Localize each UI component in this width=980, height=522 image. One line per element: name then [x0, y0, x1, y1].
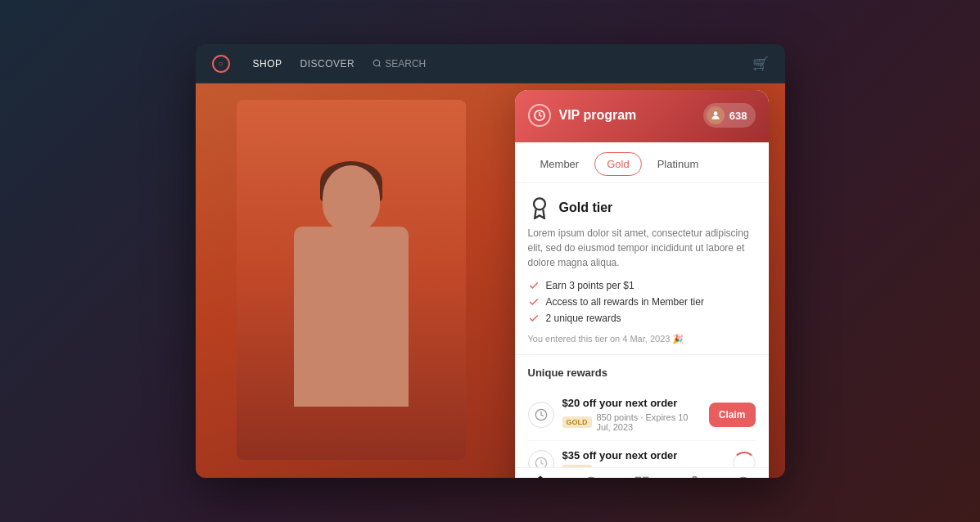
- reward-title-2: $35 off your next order: [562, 449, 725, 461]
- reward-card-2: $35 off your next order GOLD 1,2000 poin…: [528, 441, 756, 467]
- vip-modal: VIP program 638 Member Gold Platinum: [515, 90, 769, 478]
- user-avatar: [707, 106, 725, 124]
- reward-info-1: $20 off your next order GOLD 850 points …: [562, 397, 701, 432]
- earn-icon: [582, 475, 600, 478]
- tier-header: Gold tier: [528, 196, 756, 219]
- svg-point-6: [585, 478, 597, 479]
- benefit-1: Earn 3 points per $1: [528, 280, 756, 291]
- tier-tabs: Member Gold Platinum: [515, 142, 769, 183]
- svg-point-0: [374, 60, 380, 65]
- modal-logo: [528, 104, 551, 127]
- reward-info-2: $35 off your next order GOLD 1,2000 poin…: [562, 449, 725, 467]
- modal-content: Gold tier Lorem ipsum dolor sit amet, co…: [515, 183, 769, 467]
- redeem-icon: [684, 475, 702, 478]
- loading-spinner: [733, 452, 756, 468]
- nav-search[interactable]: SEARCH: [373, 58, 426, 70]
- nav-bar: ○ SHOP DISCOVER SEARCH 🛒: [196, 44, 785, 83]
- modal-header: VIP program 638: [515, 90, 769, 142]
- nav-more[interactable]: More: [718, 475, 769, 478]
- benefit-text-1: Earn 3 points per $1: [546, 280, 635, 291]
- rewards-title: Unique rewards: [528, 367, 756, 379]
- nav-redeem[interactable]: Redeem: [667, 475, 718, 478]
- brand-logo-icon: [533, 109, 546, 122]
- points-badge: 638: [703, 103, 756, 128]
- reward-points-1: 850 points · Expires 10 Jul, 2023: [597, 412, 701, 432]
- nav-earn[interactable]: Earn: [566, 475, 616, 478]
- svg-point-3: [534, 198, 545, 209]
- tier-name: Gold tier: [559, 200, 613, 215]
- modal-title: VIP program: [559, 108, 695, 123]
- svg-rect-8: [643, 478, 648, 479]
- reward-icon-1: [528, 402, 554, 428]
- card-icon: [633, 475, 651, 478]
- check-icon-3: [528, 313, 540, 324]
- tier-entered-date: You entered this tier on 4 Mar, 2023 🎉: [528, 334, 756, 344]
- reward-card-1: $20 off your next order GOLD 850 points …: [528, 389, 756, 441]
- person-shape: [269, 149, 433, 460]
- tier-description: Lorem ipsum dolor sit amet, consectetur …: [528, 226, 756, 270]
- person-body: [294, 227, 409, 407]
- clock-icon-1: [535, 408, 548, 421]
- search-icon: [373, 59, 382, 68]
- tier-benefits: Earn 3 points per $1 Access to all rewar…: [528, 280, 756, 324]
- nav-discover[interactable]: DISCOVER: [300, 58, 355, 70]
- site-logo: ○: [212, 55, 230, 73]
- reward-meta-1: GOLD 850 points · Expires 10 Jul, 2023: [562, 412, 701, 432]
- gold-badge-1: GOLD: [562, 416, 592, 428]
- svg-point-12: [737, 478, 749, 479]
- nav-shop[interactable]: SHOP: [253, 58, 282, 70]
- hero-figure: [237, 100, 466, 460]
- rewards-section: Unique rewards $20 off your next order G…: [515, 355, 769, 467]
- nav-links: SHOP DISCOVER SEARCH: [253, 58, 427, 70]
- benefit-text-3: 2 unique rewards: [546, 313, 621, 324]
- clock-icon-2: [535, 457, 548, 468]
- reward-title-1: $20 off your next order: [562, 397, 701, 409]
- medal-icon: [528, 196, 551, 219]
- tab-platinum[interactable]: Platinum: [645, 152, 711, 176]
- tab-member[interactable]: Member: [528, 152, 592, 176]
- browser-window: ○ SHOP DISCOVER SEARCH 🛒: [196, 44, 785, 478]
- home-icon: [531, 475, 549, 478]
- avatar-icon: [710, 110, 721, 121]
- points-count: 638: [729, 110, 747, 122]
- tier-section: Gold tier Lorem ipsum dolor sit amet, co…: [515, 183, 769, 355]
- benefit-3: 2 unique rewards: [528, 313, 756, 324]
- nav-card[interactable]: Card: [616, 475, 667, 478]
- cart-icon[interactable]: 🛒: [752, 56, 769, 71]
- nav-home[interactable]: Home: [515, 475, 566, 478]
- bottom-nav: Home Earn Card: [515, 467, 769, 478]
- check-icon-2: [528, 296, 540, 308]
- benefit-2: Access to all rewards in Member tier: [528, 296, 756, 308]
- claim-button-1[interactable]: Claim: [709, 403, 756, 427]
- benefit-text-2: Access to all rewards in Member tier: [546, 296, 704, 308]
- person-head: [323, 165, 380, 231]
- hero-area: VIP program 638 Member Gold Platinum: [196, 83, 785, 478]
- svg-point-2: [713, 111, 717, 115]
- more-icon: [734, 475, 752, 478]
- check-icon-1: [528, 280, 540, 291]
- tab-gold[interactable]: Gold: [594, 152, 641, 176]
- reward-icon-2: [528, 450, 554, 468]
- svg-rect-7: [635, 478, 640, 479]
